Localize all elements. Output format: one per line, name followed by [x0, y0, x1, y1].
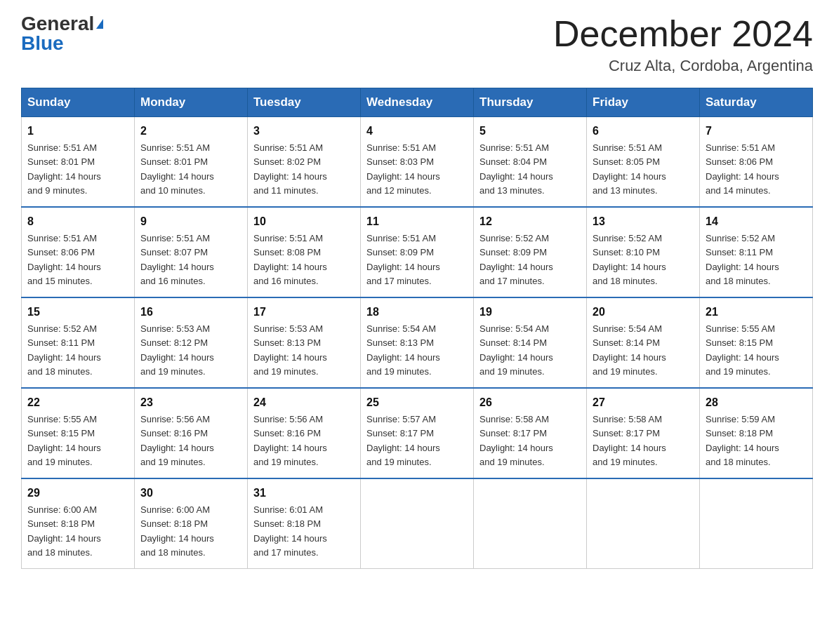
table-row: 12 Sunrise: 5:52 AMSunset: 8:09 PMDaylig…	[474, 207, 587, 297]
table-row: 31 Sunrise: 6:01 AMSunset: 8:18 PMDaylig…	[248, 478, 361, 569]
day-number: 25	[366, 394, 468, 411]
day-number: 9	[140, 213, 241, 230]
day-info: Sunrise: 5:51 AMSunset: 8:07 PMDaylight:…	[140, 233, 214, 286]
day-info: Sunrise: 5:57 AMSunset: 8:17 PMDaylight:…	[366, 414, 440, 467]
table-row: 26 Sunrise: 5:58 AMSunset: 8:17 PMDaylig…	[474, 388, 587, 478]
day-info: Sunrise: 5:56 AMSunset: 8:16 PMDaylight:…	[253, 414, 327, 467]
header-wednesday: Wednesday	[361, 88, 474, 117]
location-subtitle: Cruz Alta, Cordoba, Argentina	[553, 57, 813, 75]
logo-blue: Blue	[21, 32, 64, 54]
table-row: 23 Sunrise: 5:56 AMSunset: 8:16 PMDaylig…	[135, 388, 248, 478]
day-info: Sunrise: 5:58 AMSunset: 8:17 PMDaylight:…	[593, 414, 666, 467]
day-number: 18	[366, 304, 468, 321]
day-info: Sunrise: 5:52 AMSunset: 8:10 PMDaylight:…	[593, 233, 666, 286]
header-sunday: Sunday	[22, 88, 135, 117]
page-header: General Blue December 2024 Cruz Alta, Co…	[21, 14, 813, 75]
day-number: 28	[706, 394, 807, 411]
day-number: 11	[366, 213, 468, 230]
table-row: 2 Sunrise: 5:51 AMSunset: 8:01 PMDayligh…	[135, 117, 248, 208]
day-number: 15	[27, 304, 128, 321]
table-row	[700, 478, 813, 569]
table-row: 18 Sunrise: 5:54 AMSunset: 8:13 PMDaylig…	[361, 297, 474, 388]
day-number: 12	[479, 213, 581, 230]
table-row	[587, 478, 700, 569]
calendar-table: Sunday Monday Tuesday Wednesday Thursday…	[21, 88, 813, 569]
table-row: 24 Sunrise: 5:56 AMSunset: 8:16 PMDaylig…	[248, 388, 361, 478]
day-number: 13	[593, 213, 694, 230]
table-row: 25 Sunrise: 5:57 AMSunset: 8:17 PMDaylig…	[361, 388, 474, 478]
table-row: 28 Sunrise: 5:59 AMSunset: 8:18 PMDaylig…	[700, 388, 813, 478]
day-number: 16	[140, 304, 241, 321]
day-number: 17	[253, 304, 355, 321]
table-row: 9 Sunrise: 5:51 AMSunset: 8:07 PMDayligh…	[135, 207, 248, 297]
day-info: Sunrise: 5:51 AMSunset: 8:03 PMDaylight:…	[366, 142, 440, 196]
table-row: 16 Sunrise: 5:53 AMSunset: 8:12 PMDaylig…	[135, 297, 248, 388]
table-row: 14 Sunrise: 5:52 AMSunset: 8:11 PMDaylig…	[700, 207, 813, 297]
day-info: Sunrise: 5:52 AMSunset: 8:09 PMDaylight:…	[479, 233, 553, 286]
calendar-header-row: Sunday Monday Tuesday Wednesday Thursday…	[22, 88, 813, 117]
table-row: 20 Sunrise: 5:54 AMSunset: 8:14 PMDaylig…	[587, 297, 700, 388]
day-info: Sunrise: 5:54 AMSunset: 8:14 PMDaylight:…	[593, 323, 666, 377]
header-tuesday: Tuesday	[248, 88, 361, 117]
day-info: Sunrise: 5:58 AMSunset: 8:17 PMDaylight:…	[479, 414, 553, 467]
calendar-week-row: 29 Sunrise: 6:00 AMSunset: 8:18 PMDaylig…	[22, 478, 813, 569]
day-info: Sunrise: 5:53 AMSunset: 8:12 PMDaylight:…	[140, 323, 214, 377]
logo: General Blue	[21, 14, 103, 53]
day-number: 20	[593, 304, 694, 321]
header-friday: Friday	[587, 88, 700, 117]
day-info: Sunrise: 5:51 AMSunset: 8:06 PMDaylight:…	[706, 142, 779, 196]
day-number: 3	[253, 123, 355, 140]
title-area: December 2024 Cruz Alta, Cordoba, Argent…	[553, 14, 813, 75]
day-number: 5	[479, 123, 581, 140]
day-number: 23	[140, 394, 241, 411]
day-number: 30	[140, 485, 241, 502]
day-number: 10	[253, 213, 355, 230]
table-row: 15 Sunrise: 5:52 AMSunset: 8:11 PMDaylig…	[22, 297, 135, 388]
day-info: Sunrise: 5:51 AMSunset: 8:01 PMDaylight:…	[140, 142, 214, 196]
table-row	[474, 478, 587, 569]
table-row: 1 Sunrise: 5:51 AMSunset: 8:01 PMDayligh…	[22, 117, 135, 208]
day-info: Sunrise: 6:01 AMSunset: 8:18 PMDaylight:…	[253, 504, 327, 558]
day-info: Sunrise: 5:51 AMSunset: 8:01 PMDaylight:…	[27, 142, 101, 196]
day-info: Sunrise: 5:52 AMSunset: 8:11 PMDaylight:…	[27, 323, 101, 377]
day-number: 14	[706, 213, 807, 230]
table-row: 13 Sunrise: 5:52 AMSunset: 8:10 PMDaylig…	[587, 207, 700, 297]
table-row: 22 Sunrise: 5:55 AMSunset: 8:15 PMDaylig…	[22, 388, 135, 478]
table-row: 6 Sunrise: 5:51 AMSunset: 8:05 PMDayligh…	[587, 117, 700, 208]
day-info: Sunrise: 5:59 AMSunset: 8:18 PMDaylight:…	[706, 414, 779, 467]
day-number: 4	[366, 123, 468, 140]
day-number: 29	[27, 485, 128, 502]
day-info: Sunrise: 5:51 AMSunset: 8:08 PMDaylight:…	[253, 233, 327, 286]
table-row: 21 Sunrise: 5:55 AMSunset: 8:15 PMDaylig…	[700, 297, 813, 388]
day-info: Sunrise: 5:55 AMSunset: 8:15 PMDaylight:…	[27, 414, 101, 467]
table-row: 29 Sunrise: 6:00 AMSunset: 8:18 PMDaylig…	[22, 478, 135, 569]
day-info: Sunrise: 5:51 AMSunset: 8:06 PMDaylight:…	[27, 233, 101, 286]
day-number: 1	[27, 123, 128, 140]
table-row: 5 Sunrise: 5:51 AMSunset: 8:04 PMDayligh…	[474, 117, 587, 208]
calendar-week-row: 15 Sunrise: 5:52 AMSunset: 8:11 PMDaylig…	[22, 297, 813, 388]
day-number: 24	[253, 394, 355, 411]
day-number: 31	[253, 485, 355, 502]
day-info: Sunrise: 5:53 AMSunset: 8:13 PMDaylight:…	[253, 323, 327, 377]
day-info: Sunrise: 5:55 AMSunset: 8:15 PMDaylight:…	[706, 323, 779, 377]
header-thursday: Thursday	[474, 88, 587, 117]
table-row	[361, 478, 474, 569]
day-number: 7	[706, 123, 807, 140]
calendar-week-row: 22 Sunrise: 5:55 AMSunset: 8:15 PMDaylig…	[22, 388, 813, 478]
calendar-week-row: 8 Sunrise: 5:51 AMSunset: 8:06 PMDayligh…	[22, 207, 813, 297]
logo-general: General	[21, 13, 94, 34]
day-info: Sunrise: 5:54 AMSunset: 8:14 PMDaylight:…	[479, 323, 553, 377]
day-info: Sunrise: 5:56 AMSunset: 8:16 PMDaylight:…	[140, 414, 214, 467]
day-number: 8	[27, 213, 128, 230]
logo-text: General	[21, 14, 103, 34]
table-row: 7 Sunrise: 5:51 AMSunset: 8:06 PMDayligh…	[700, 117, 813, 208]
table-row: 27 Sunrise: 5:58 AMSunset: 8:17 PMDaylig…	[587, 388, 700, 478]
day-info: Sunrise: 6:00 AMSunset: 8:18 PMDaylight:…	[27, 504, 101, 558]
day-number: 27	[593, 394, 694, 411]
day-number: 22	[27, 394, 128, 411]
table-row: 11 Sunrise: 5:51 AMSunset: 8:09 PMDaylig…	[361, 207, 474, 297]
table-row: 10 Sunrise: 5:51 AMSunset: 8:08 PMDaylig…	[248, 207, 361, 297]
day-number: 2	[140, 123, 241, 140]
table-row: 19 Sunrise: 5:54 AMSunset: 8:14 PMDaylig…	[474, 297, 587, 388]
day-info: Sunrise: 5:54 AMSunset: 8:13 PMDaylight:…	[366, 323, 440, 377]
